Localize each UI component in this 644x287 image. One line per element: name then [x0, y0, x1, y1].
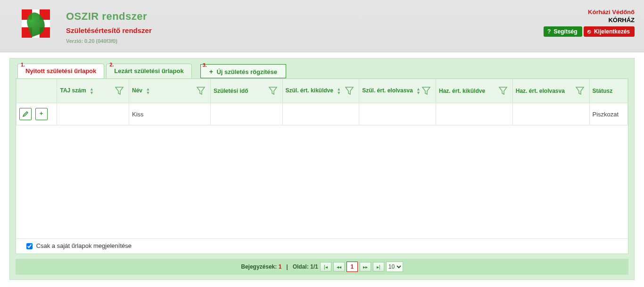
filter-icon[interactable]: [115, 86, 124, 96]
data-table: TAJ szám ▲▼ Név ▲▼ Szüle: [16, 79, 628, 125]
filter-icon[interactable]: [575, 86, 585, 96]
cell-taj: [57, 103, 129, 125]
pager-next-button[interactable]: ▸▸: [360, 262, 371, 271]
tab-open-label: Nyitott születési űrlapok: [25, 67, 96, 74]
filter-icon[interactable]: [498, 86, 508, 96]
app-logo: [17, 9, 55, 44]
col-status-header: Státusz: [589, 79, 627, 103]
table-row[interactable]: + Kiss Piszkozat: [17, 103, 628, 125]
col-actions-header: [17, 79, 57, 103]
col-szido-header[interactable]: Születési idő: [210, 79, 282, 103]
question-icon: ?: [546, 26, 552, 37]
pager-first-button[interactable]: |◂: [320, 262, 331, 271]
user-place: KÓRHÁZ: [544, 16, 635, 24]
sort-icon[interactable]: ▲▼: [90, 87, 94, 95]
pager-pagesize-select[interactable]: 10: [386, 262, 403, 272]
top-bar: OSZIR rendszer Születésértesítő rendszer…: [0, 0, 644, 52]
new-birth-button[interactable]: 3. + Új születés rögzítése: [200, 64, 286, 78]
tab-strip: 1. Nyitott születési űrlapok 2. Lezárt s…: [16, 58, 628, 78]
pager-last-button[interactable]: ▸|: [373, 262, 384, 271]
filter-icon[interactable]: [421, 86, 431, 96]
help-button[interactable]: ?Segítség: [544, 26, 582, 37]
app-subtitle: Születésértesítő rendszer: [66, 26, 152, 34]
plus-icon: +: [209, 68, 215, 75]
page-label: Oldal: 1/1: [293, 263, 318, 270]
tab-closed-label: Lezárt születési űrlapok: [114, 67, 183, 74]
cell-szo: [359, 103, 436, 125]
cell-hk: [436, 103, 513, 125]
own-forms-text: Csak a saját űrlapok megjelenítése: [36, 242, 132, 249]
cell-szido: [210, 103, 282, 125]
row-actions: +: [17, 103, 57, 125]
entries-label: Bejegyzések: 1: [241, 263, 281, 270]
main-panel: 1. Nyitott születési űrlapok 2. Lezárt s…: [9, 58, 635, 280]
tab-closed-number: 2.: [109, 57, 114, 72]
version-label: Verzió: 0.20 (040f3f0): [66, 38, 152, 44]
own-forms-row: Csak a saját űrlapok megjelenítése: [16, 238, 628, 254]
logout-icon: ⎋: [586, 26, 592, 37]
cell-status: Piszkozat: [589, 103, 627, 125]
table-header-row: TAJ szám ▲▼ Név ▲▼ Szüle: [17, 79, 628, 103]
edit-button[interactable]: [19, 108, 32, 120]
col-nev-header[interactable]: Név ▲▼: [129, 79, 211, 103]
col-szo-header[interactable]: Szül. ért. elolvasva ▲▼: [359, 79, 436, 103]
filter-icon[interactable]: [196, 86, 206, 96]
tab-open-forms[interactable]: 1. Nyitott születési űrlapok: [17, 64, 104, 78]
sort-icon[interactable]: ▲▼: [416, 87, 421, 95]
pager: Bejegyzések: 1 | Oldal: 1/1 |◂ ◂◂ 1 ▸▸ ▸…: [16, 259, 628, 275]
new-birth-number: 3.: [203, 58, 207, 72]
new-birth-label: Új születés rögzítése: [216, 68, 277, 75]
col-hk-header[interactable]: Haz. ért. kiküldve: [436, 79, 513, 103]
cell-nev: Kiss: [129, 103, 211, 125]
filter-icon[interactable]: [345, 86, 354, 96]
col-ho-header[interactable]: Haz. ért. elolvasva: [512, 79, 589, 103]
tab-closed-forms[interactable]: 2. Lezárt születési űrlapok: [106, 64, 191, 78]
add-row-button[interactable]: +: [35, 108, 48, 120]
col-taj-header[interactable]: TAJ szám ▲▼: [57, 79, 129, 103]
pager-prev-button[interactable]: ◂◂: [333, 262, 345, 271]
logout-button[interactable]: ⎋Kijelentkezés: [584, 26, 635, 37]
own-forms-checkbox[interactable]: [26, 243, 33, 249]
user-role: Kórházi Védőnő: [544, 8, 635, 16]
cell-ho: [512, 103, 589, 125]
app-title: OSZIR rendszer: [66, 10, 152, 23]
filter-icon[interactable]: [268, 86, 278, 96]
sort-icon[interactable]: ▲▼: [146, 87, 150, 95]
table-zone: TAJ szám ▲▼ Név ▲▼ Szüle: [16, 78, 628, 254]
pager-current-page[interactable]: 1: [347, 262, 358, 272]
sort-icon[interactable]: ▲▼: [337, 87, 341, 95]
tab-open-number: 1.: [21, 57, 25, 72]
cell-szk: [282, 103, 359, 125]
table-empty-area: [16, 125, 628, 238]
own-forms-label[interactable]: Csak a saját űrlapok megjelenítése: [25, 242, 132, 249]
col-szk-header[interactable]: Szül. ért. kiküldve ▲▼: [282, 79, 359, 103]
